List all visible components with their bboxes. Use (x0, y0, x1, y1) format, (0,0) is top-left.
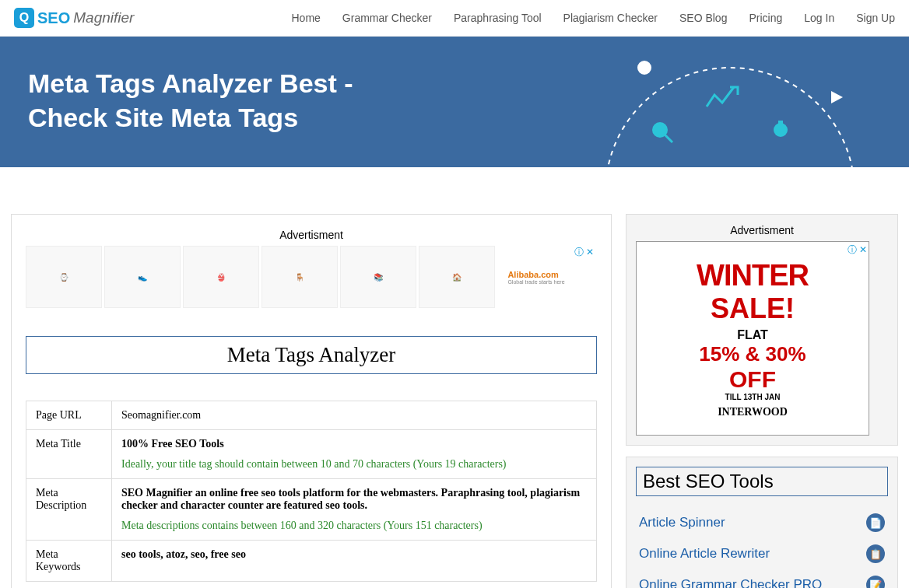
result-label: Meta Keywords (26, 541, 112, 582)
tool-link-item: Online Grammar Checker PRO 📝 (636, 569, 888, 588)
ad-close-icon[interactable]: ⓘ ✕ (848, 243, 867, 257)
nav-paraphrasing-tool[interactable]: Paraphrasing Tool (454, 12, 542, 24)
result-cell: seo tools, atoz, seo, free seo (112, 541, 597, 582)
tool-heading: Meta Tags Analyzer (26, 336, 597, 374)
result-value: Seomagnifier.com (112, 401, 597, 430)
result-value: seo tools, atoz, seo, free seo (121, 548, 587, 561)
best-tools-box: Best SEO Tools Article Spinner 📄 Online … (626, 457, 898, 588)
ad-brand: INTERWOOD (718, 406, 788, 418)
sidebar: Advertisment ⓘ ✕ WINTER SALE! FLAT 15% &… (626, 214, 898, 588)
ad-thumbnail[interactable]: 🪑 (261, 246, 338, 308)
result-value: 100% Free SEO Tools (121, 438, 587, 450)
hero-banner: Meta Tags Analyzer Best - Check Site Met… (0, 37, 909, 167)
nav-signup[interactable]: Sign Up (856, 12, 895, 24)
ad-text: WINTER (697, 259, 809, 292)
table-row: Meta Keywords seo tools, atoz, seo, free… (26, 541, 597, 582)
result-hint: Meta descriptions contains between 160 a… (121, 520, 587, 532)
ad-thumbnail[interactable]: 🏠 (419, 246, 495, 308)
ad-brand[interactable]: Alibaba.com Global trade starts here (497, 246, 575, 308)
nav-pricing[interactable]: Pricing (749, 12, 782, 24)
tool-link-article-spinner[interactable]: Article Spinner (639, 515, 725, 530)
table-row: Meta Description SEO Magnifier an online… (26, 479, 597, 541)
hero-decoration (598, 44, 862, 167)
result-cell: 100% Free SEO Tools Ideally, your title … (112, 430, 597, 479)
result-label: Page URL (26, 401, 112, 430)
page-title: Meta Tags Analyzer Best - Check Site Met… (28, 66, 433, 135)
svg-line-2 (665, 135, 672, 142)
main-nav: Home Grammar Checker Paraphrasing Tool P… (291, 12, 895, 24)
result-label: Meta Title (26, 430, 112, 479)
tool-link-item: Online Article Rewriter 📋 (636, 538, 888, 569)
logo-text-1: SEO (37, 9, 70, 27)
tool-icon: 📋 (866, 544, 885, 563)
sidebar-ad[interactable]: ⓘ ✕ WINTER SALE! FLAT 15% & 30% OFF TILL… (636, 241, 869, 436)
main-panel: Advertisment ⌚ 👟 👙 🪑 📚 🏠 Alibaba.com Glo… (11, 214, 612, 588)
ad-thumbnail[interactable]: ⌚ (26, 246, 102, 308)
tool-icon: 📝 (866, 576, 885, 588)
ad-text: SALE! (711, 292, 795, 325)
results-table: Page URL Seomagnifier.com Meta Title 100… (26, 401, 597, 582)
result-value: SEO Magnifier an online free seo tools p… (121, 487, 587, 512)
ad-thumbnail[interactable]: 📚 (340, 246, 416, 308)
nav-plagiarism-checker[interactable]: Plagiarism Checker (563, 12, 658, 24)
tool-link-article-rewriter[interactable]: Online Article Rewriter (639, 546, 770, 562)
logo-text-2: Magnifier (73, 9, 134, 26)
ad-thumbnail[interactable]: 👟 (104, 246, 181, 308)
svg-point-0 (637, 61, 651, 75)
sidebar-ad-box: Advertisment ⓘ ✕ WINTER SALE! FLAT 15% &… (626, 214, 898, 446)
ad-text: OFF (729, 366, 776, 393)
tool-link-item: Article Spinner 📄 (636, 507, 888, 538)
ad-label: Advertisment (636, 224, 888, 236)
ad-text: FLAT (737, 328, 768, 342)
nav-grammar-checker[interactable]: Grammar Checker (342, 12, 432, 24)
ad-text: TILL 13TH JAN (725, 393, 781, 401)
nav-home[interactable]: Home (291, 12, 320, 24)
ad-thumbnail[interactable]: 👙 (183, 246, 259, 308)
tool-link-grammar-checker[interactable]: Online Grammar Checker PRO (639, 577, 822, 588)
nav-seo-blog[interactable]: SEO Blog (679, 12, 727, 24)
table-row: Page URL Seomagnifier.com (26, 401, 597, 430)
nav-login[interactable]: Log In (804, 12, 834, 24)
logo[interactable]: Q SEOMagnifier (14, 8, 134, 28)
logo-icon: Q (14, 8, 34, 28)
best-tools-title: Best SEO Tools (636, 467, 888, 496)
svg-rect-4 (778, 121, 783, 127)
ad-label: Advertisment (26, 229, 597, 241)
result-cell: SEO Magnifier an online free seo tools p… (112, 479, 597, 541)
ad-banner[interactable]: ⌚ 👟 👙 🪑 📚 🏠 Alibaba.com Global trade sta… (26, 246, 597, 308)
ad-text: 15% & 30% (699, 342, 805, 366)
ad-brand-tagline: Global trade starts here (507, 279, 564, 285)
tool-icon: 📄 (866, 513, 885, 532)
ad-close-icon[interactable]: ⓘ ✕ (574, 246, 594, 259)
result-label: Meta Description (26, 479, 112, 541)
result-hint: Ideally, your title tag should contain b… (121, 458, 587, 471)
ad-brand-name: Alibaba.com (507, 270, 564, 279)
table-row: Meta Title 100% Free SEO Tools Ideally, … (26, 430, 597, 479)
